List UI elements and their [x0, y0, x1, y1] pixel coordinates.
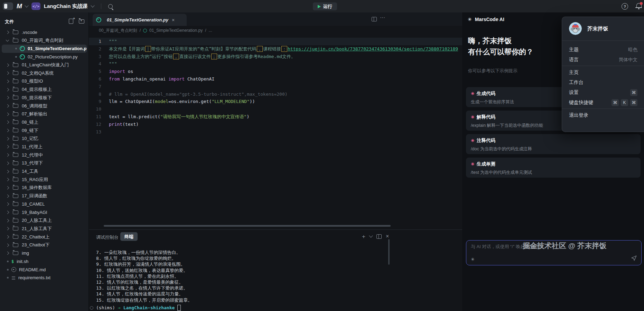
- file-tree-item[interactable]: .vscode: [0, 28, 88, 37]
- menu-item-语言[interactable]: 语言简体中文: [562, 55, 644, 65]
- code-line[interactable]: 1""": [89, 38, 462, 45]
- file-tree-item[interactable]: 19_BabyAGI: [0, 208, 88, 217]
- file-tree-item[interactable]: 12_代理中: [0, 151, 88, 159]
- file-tree-item[interactable]: 22_Chatbot上: [0, 233, 88, 241]
- quick-command-icon[interactable]: ✳: [471, 257, 475, 262]
- breadcrumb-file[interactable]: 01_SimpleTextGeneration.py: [149, 28, 203, 33]
- code-line[interactable]: 7: [89, 83, 462, 91]
- notification-bell-icon[interactable]: [636, 3, 642, 7]
- code-line[interactable]: 9llm = ChatOpenAI(model=os.environ.get("…: [89, 98, 462, 105]
- file-tree-item[interactable]: 05_提示模板下: [0, 94, 88, 102]
- project-name[interactable]: LangChain 实战课: [44, 3, 88, 10]
- file-tree-item[interactable]: 02_PictureDescription.py: [0, 53, 88, 61]
- marscode-logo[interactable]: M: [17, 2, 22, 10]
- file-tree-item[interactable]: requirements.txt: [0, 274, 88, 282]
- file-tree-item[interactable]: 21_人脉工具下: [0, 225, 88, 233]
- code-line[interactable]: 2本文件是【开篇词｜带你亲证AI应用开发的“奇点”时刻】章节的配套代码，课程链接…: [89, 45, 462, 53]
- tab-debug-console[interactable]: 调试控制台: [96, 234, 119, 241]
- breadcrumb-more[interactable]: ...: [208, 28, 212, 33]
- code-line[interactable]: 13: [89, 128, 462, 136]
- file-tree-item[interactable]: 10_记忆: [0, 134, 88, 143]
- line-number: 5: [89, 68, 101, 75]
- ai-prompt-card[interactable]: ✳注释代码/doc 为当前选中的代码生成注释: [466, 134, 641, 154]
- help-icon[interactable]: ?: [622, 3, 628, 10]
- terminal-output[interactable]: 7. 一朵红玫瑰，一份情人节的深情告白。8. 情人节，红玫瑰为你绽放爱的绚烂。9…: [96, 249, 407, 303]
- code-line[interactable]: 3您可以点击最上方的“运行”按钮，直接运行该文件；更多操作指引请参考Readme…: [89, 53, 462, 60]
- chevron-down-icon[interactable]: [91, 3, 94, 7]
- horizontal-scrollbar[interactable]: [104, 225, 391, 227]
- file-tree-item[interactable]: 15_RAG应用: [0, 176, 88, 184]
- ai-prompt-card[interactable]: ✳生成单测/test 为选中的代码生成单元测试: [466, 158, 641, 178]
- more-actions-icon[interactable]: ⋯: [380, 15, 385, 21]
- menu-item-键盘快捷键[interactable]: 键盘快捷键⌘K⌘: [562, 97, 644, 107]
- file-tree-item[interactable]: 07_解析输出: [0, 110, 88, 118]
- code-line[interactable]: 8# llm = OpenAI(model_name="gpt-3.5-turb…: [89, 91, 462, 98]
- new-folder-icon[interactable]: [79, 19, 84, 23]
- file-tree-item[interactable]: 17_回调函数: [0, 192, 88, 200]
- file-tree-item[interactable]: 23_Chatbot下: [0, 241, 88, 249]
- file-explorer-sidebar: 文件 .vscode00_开篇词_奇点时刻01_SimpleTextGenera…: [0, 12, 89, 311]
- line-number: 8: [89, 91, 101, 98]
- line-number: 10: [89, 105, 101, 113]
- avatar[interactable]: [569, 22, 582, 35]
- editor-tab[interactable]: 01_SimpleTextGeneration.py ×: [93, 14, 187, 26]
- breadcrumb-folder[interactable]: 00_开篇词_奇点时刻: [99, 28, 137, 34]
- breadcrumb[interactable]: 00_开篇词_奇点时刻 / 01_SimpleTextGeneration.py…: [99, 26, 212, 35]
- line-number: 7: [89, 83, 101, 91]
- code-line[interactable]: 6from langchain_openai import ChatOpenAI: [89, 75, 462, 83]
- menu-item-主页[interactable]: 主页: [562, 67, 644, 77]
- menu-item-工作台[interactable]: 工作台: [562, 77, 644, 87]
- file-tree-item[interactable]: 18_CAMEL: [0, 200, 88, 208]
- chevron-down-icon[interactable]: [25, 3, 28, 7]
- file-tree-item[interactable]: 14_工具: [0, 167, 88, 176]
- tab-close-icon[interactable]: ×: [172, 17, 175, 23]
- run-button[interactable]: 运行: [313, 2, 337, 10]
- ai-chat-input[interactable]: 与 AI 对话，或使用 “/” 唤起快捷指令 ✳: [466, 240, 642, 265]
- file-tree-item[interactable]: 16_操作数据库: [0, 184, 88, 192]
- split-terminal-icon[interactable]: [376, 234, 382, 239]
- code-editor[interactable]: 1"""2本文件是【开篇词｜带你亲证AI应用开发的“奇点”时刻】章节的配套代码，…: [89, 38, 462, 223]
- menu-shortcut: ⌘K⌘: [612, 99, 637, 106]
- tree-indent: [6, 55, 9, 58]
- new-file-icon[interactable]: [69, 19, 73, 24]
- file-tree-item[interactable]: img: [0, 249, 88, 257]
- file-tree-item[interactable]: 01_SimpleTextGeneration.py: [2, 45, 87, 53]
- menu-item-主题[interactable]: 主题暗色: [562, 45, 644, 55]
- editor-tab-bar: 01_SimpleTextGeneration.py × ⋯: [89, 12, 462, 26]
- code-line[interactable]: 5import os: [89, 68, 462, 75]
- terminal-prompt[interactable]: (shims) → LangChain-shizhanke: [90, 305, 181, 311]
- code-line[interactable]: 12print(text): [89, 121, 462, 128]
- terminal-scrollbar[interactable]: [388, 239, 390, 265]
- file-tree-item[interactable]: 11_代理上: [0, 143, 88, 151]
- tab-terminal[interactable]: 终端: [120, 232, 138, 241]
- file-tree-item[interactable]: 09_链下: [0, 126, 88, 135]
- file-tree-item[interactable]: 00_开篇词_奇点时刻: [0, 36, 88, 45]
- file-tree-item[interactable]: $init.sh: [0, 257, 88, 266]
- close-panel-icon[interactable]: ×: [386, 233, 389, 239]
- file-tree-item[interactable]: 08_链上: [0, 118, 88, 126]
- code-line[interactable]: 4""": [89, 60, 462, 68]
- menu-item-设置[interactable]: 设置⌘: [562, 87, 644, 97]
- file-tree-item[interactable]: 01_LangChain快速入门: [0, 61, 88, 69]
- file-tree-item[interactable]: 20_人脉工具上: [0, 216, 88, 225]
- split-editor-icon[interactable]: [372, 17, 377, 23]
- send-icon[interactable]: [631, 255, 637, 263]
- file-tree-item[interactable]: 13_代理下: [0, 159, 88, 168]
- file-tree-item[interactable]: 04_提示模板上: [0, 85, 88, 94]
- menu-item-退出登录[interactable]: 退出登录: [562, 110, 644, 120]
- search-icon[interactable]: [108, 4, 113, 9]
- terminal-line: 9. 红玫瑰的芬芳，溢满情人节的浪漫氛围。: [96, 261, 407, 267]
- file-tree-item[interactable]: 03_模型IO: [0, 77, 88, 86]
- code-line[interactable]: 11text = llm.predict("请给我写一句情人节红玫瑰的中文宣传语…: [89, 113, 462, 121]
- file-tree-item[interactable]: README.md: [0, 265, 88, 274]
- code-line[interactable]: 10: [89, 105, 462, 113]
- new-terminal-icon[interactable]: +: [362, 234, 365, 239]
- terminal-line: 11. 红玫瑰点亮情人节，爱在此刻永恒。: [96, 273, 407, 279]
- run-label: 运行: [323, 3, 332, 10]
- chevron-down-icon[interactable]: [369, 234, 373, 237]
- tree-chevron-icon: [6, 194, 9, 198]
- sidebar-toggle-icon[interactable]: [3, 2, 13, 10]
- files-panel-title: 文件: [5, 19, 14, 25]
- file-tree-item[interactable]: 02_文档QA系统: [0, 69, 88, 77]
- file-tree-item[interactable]: 06_调用模型: [0, 102, 88, 110]
